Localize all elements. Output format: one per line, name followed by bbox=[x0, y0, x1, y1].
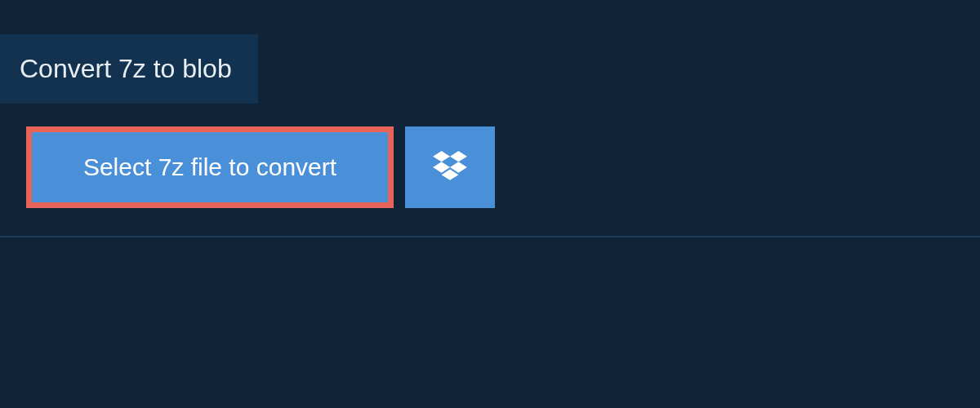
svg-marker-0 bbox=[433, 151, 450, 162]
page-title-tab: Convert 7z to blob bbox=[0, 34, 258, 104]
page-title: Convert 7z to blob bbox=[20, 54, 232, 83]
dropbox-button[interactable] bbox=[405, 126, 495, 208]
svg-marker-1 bbox=[450, 151, 467, 162]
select-file-button[interactable]: Select 7z file to convert bbox=[26, 126, 394, 208]
select-file-label: Select 7z file to convert bbox=[83, 153, 336, 181]
divider bbox=[0, 236, 980, 237]
dropbox-icon bbox=[433, 151, 467, 184]
action-row: Select 7z file to convert bbox=[26, 126, 980, 208]
